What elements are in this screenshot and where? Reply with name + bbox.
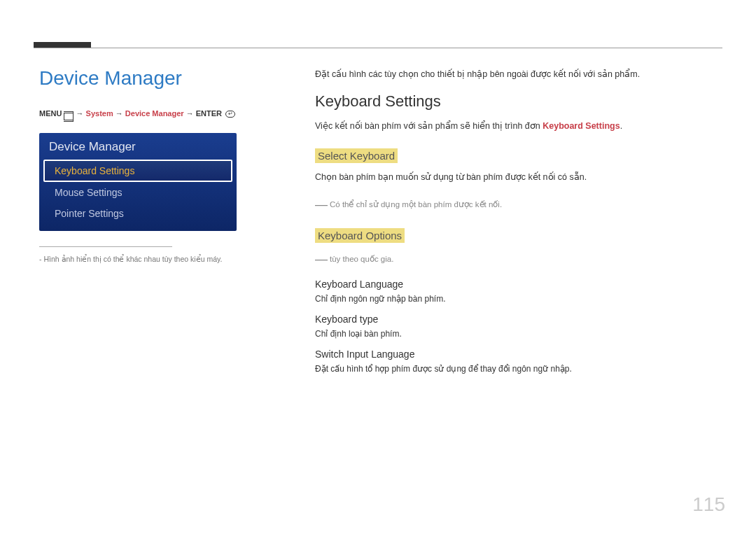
section-desc-suffix: . (620, 121, 622, 131)
osd-item-keyboard-settings[interactable]: Keyboard Settings (43, 160, 232, 182)
select-keyboard-note-text: Có thể chỉ sử dụng một bàn phím được kết… (330, 200, 502, 209)
note-dash-2: ― (315, 252, 328, 266)
menu-path: MENU → System → Device Manager → ENTER (39, 109, 277, 118)
path-enter-label: ENTER (196, 109, 222, 118)
left-divider (39, 246, 172, 247)
select-keyboard-desc: Chọn bàn phím bạn muốn sử dụng từ bàn ph… (315, 170, 721, 184)
option-keyboard-language: Keyboard Language Chỉ định ngôn ngữ nhập… (315, 279, 721, 304)
option-keyboard-type: Keyboard type Chỉ định loại bàn phím. (315, 314, 721, 339)
option-switch-input-language: Switch Input Language Đặt cấu hình tổ hợ… (315, 349, 721, 374)
option-desc-keyboard-language: Chỉ định ngôn ngữ nhập bàn phím. (315, 294, 721, 304)
option-title-keyboard-language: Keyboard Language (315, 279, 721, 290)
section-desc: Việc kết nối bàn phím với sản phẩm sẽ hi… (315, 119, 721, 133)
left-column: Device Manager MENU → System → Device Ma… (39, 67, 277, 265)
section-desc-prefix: Việc kết nối bàn phím với sản phẩm sẽ hi… (315, 121, 542, 131)
note-dash-1: ― (315, 197, 328, 211)
option-title-keyboard-type: Keyboard type (315, 314, 721, 325)
path-device-manager: Device Manager (125, 109, 184, 118)
subsection-select-keyboard: Select Keyboard Chọn bàn phím bạn muốn s… (315, 144, 721, 214)
section-title-keyboard-settings: Keyboard Settings (315, 92, 721, 111)
option-desc-keyboard-type: Chỉ định loại bàn phím. (315, 329, 721, 339)
intro-text: Đặt cấu hình các tùy chọn cho thiết bị n… (315, 67, 721, 81)
option-desc-switch-input-language: Đặt cấu hình tổ hợp phím được sử dụng để… (315, 364, 721, 374)
right-column: Đặt cấu hình các tùy chọn cho thiết bị n… (315, 67, 721, 384)
path-system: System (86, 109, 113, 118)
subsection-title-keyboard-options: Keyboard Options (315, 228, 405, 243)
osd-panel-title: Device Manager (39, 133, 237, 160)
select-keyboard-note: ―Có thể chỉ sử dụng một bàn phím được kế… (315, 195, 721, 214)
path-menu-label: MENU (39, 109, 62, 118)
page-header-line (34, 48, 722, 48)
path-arrow-1: → (76, 109, 84, 118)
keyboard-options-note-text: tùy theo quốc gia. (330, 255, 393, 263)
keyboard-options-note: ―tùy theo quốc gia. (315, 250, 721, 269)
left-note-text: Hình ảnh hiển thị có thể khác nhau tùy t… (43, 255, 222, 263)
osd-item-mouse-settings[interactable]: Mouse Settings (39, 182, 237, 203)
path-arrow-2: → (115, 109, 123, 118)
menu-icon (64, 111, 72, 118)
section-desc-term: Keyboard Settings (542, 121, 620, 131)
left-note: - Hình ảnh hiển thị có thể khác nhau tùy… (39, 254, 277, 265)
option-title-switch-input-language: Switch Input Language (315, 349, 721, 360)
enter-icon (225, 111, 235, 118)
osd-panel: Device Manager Keyboard Settings Mouse S… (39, 133, 237, 231)
osd-item-pointer-settings[interactable]: Pointer Settings (39, 203, 237, 224)
subsection-title-select-keyboard: Select Keyboard (315, 148, 398, 163)
path-arrow-3: → (186, 109, 194, 118)
page-number: 115 (692, 493, 725, 516)
page-title: Device Manager (39, 67, 277, 90)
subsection-keyboard-options: Keyboard Options ―tùy theo quốc gia. Key… (315, 224, 721, 374)
header-accent (34, 42, 91, 48)
